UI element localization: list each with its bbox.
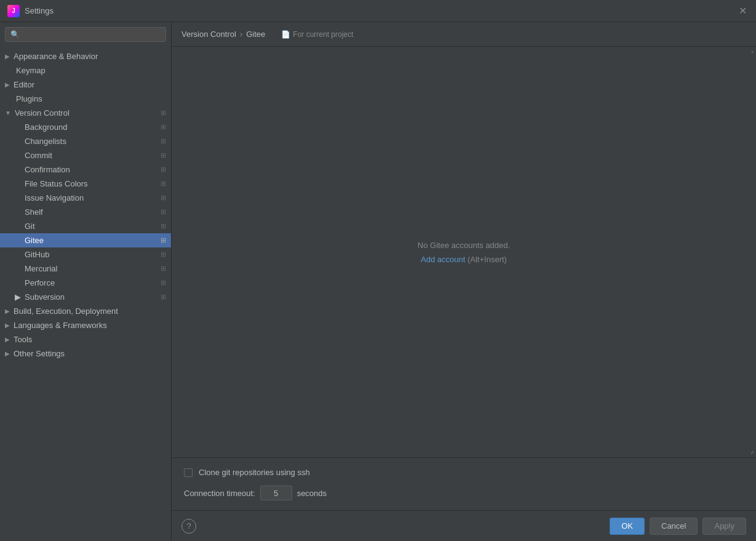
add-account-shortcut: (Alt+Insert) [468,255,507,264]
sidebar-item-label-lang: Languages & Frameworks [14,321,107,330]
right-panel: Version Control › Gitee 📄 For current pr… [172,22,756,541]
sidebar-item-label-background: Background [25,122,67,132]
expand-arrow-appearance: ▶ [5,53,10,60]
breadcrumb-project: 📄 For current project [281,30,353,39]
sidebar-item-confirmation[interactable]: Confirmation ⊞ [0,162,171,177]
sidebar-item-github[interactable]: GitHub ⊞ [0,247,171,262]
content-area: No Gitee accounts added. Add account (Al… [172,47,756,510]
close-button[interactable]: ✕ [736,5,749,17]
sidebar-item-editor[interactable]: ▶ Editor [0,78,171,92]
sidebar: 🔍 ▶ Appearance & Behavior Keymap ▶ Edito [0,22,172,541]
sidebar-item-label-build: Build, Execution, Deployment [14,307,118,316]
gitee-page-icon: ⊞ [161,236,166,244]
window-title: Settings [25,6,54,15]
sidebar-item-mercurial[interactable]: Mercurial ⊞ [0,262,171,276]
expand-arrow-tools: ▶ [5,336,10,343]
mercurial-page-icon: ⊞ [161,265,166,273]
sidebar-item-label-appearance: Appearance & Behavior [14,52,98,61]
sidebar-item-label-file-status-colors: File Status Colors [25,179,88,188]
accounts-panel: No Gitee accounts added. Add account (Al… [172,47,756,458]
sidebar-item-keymap[interactable]: Keymap [0,63,171,78]
background-page-icon: ⊞ [161,123,166,131]
sidebar-item-perforce[interactable]: Perforce ⊞ [0,276,171,290]
ok-button[interactable]: OK [610,518,645,535]
clone-ssh-checkbox[interactable] [184,468,193,477]
project-label: For current project [293,30,353,39]
bottom-right: OK Cancel Apply [610,518,746,535]
sidebar-item-other-settings[interactable]: ▶ Other Settings [0,347,171,361]
search-icon: 🔍 [10,30,20,39]
settings-window: J Settings ✕ 🔍 ▶ Appearance & Behavior [0,0,756,541]
sidebar-item-languages-frameworks[interactable]: ▶ Languages & Frameworks [0,318,171,332]
search-box[interactable]: 🔍 [5,27,166,42]
subversion-page-icon: ⊞ [161,293,166,301]
sidebar-item-label-plugins: Plugins [16,94,42,103]
sidebar-item-build-execution[interactable]: ▶ Build, Execution, Deployment [0,304,171,318]
no-accounts-text: No Gitee accounts added. [418,241,510,250]
nav-tree: ▶ Appearance & Behavior Keymap ▶ Editor … [0,47,171,541]
vc-page-icon: ⊞ [161,109,166,117]
add-account-link[interactable]: Add account [421,255,465,264]
cancel-button[interactable]: Cancel [650,518,698,535]
breadcrumb-current: Gitee [246,30,265,39]
sidebar-item-plugins[interactable]: Plugins [0,92,171,106]
sidebar-item-git[interactable]: Git ⊞ [0,219,171,233]
expand-arrow-build: ▶ [5,308,10,315]
in-page-icon: ⊞ [161,194,166,202]
sidebar-item-label-perforce: Perforce [25,278,55,287]
title-bar-left: J Settings [7,5,54,17]
commit-page-icon: ⊞ [161,151,166,159]
sidebar-item-label-changelists: Changelists [25,137,66,146]
breadcrumb-bar: Version Control › Gitee 📄 For current pr… [172,22,756,47]
breadcrumb-separator: › [240,30,242,39]
confirmation-page-icon: ⊞ [161,166,166,174]
sidebar-item-file-status-colors[interactable]: File Status Colors ⊞ [0,177,171,191]
expand-arrow-vc: ▼ [5,110,11,116]
scroll-up-button[interactable]: + [749,48,756,55]
clone-ssh-label: Clone git repositories using ssh [199,468,310,477]
expand-arrow-editor: ▶ [5,81,10,88]
expand-arrow-subversion: ▶ [15,292,21,302]
sidebar-item-label-git: Git [25,222,35,231]
sidebar-item-subversion[interactable]: ▶ Subversion ⊞ [0,290,171,304]
sidebar-item-label-other: Other Settings [14,349,65,358]
expand-arrow-other: ▶ [5,350,10,357]
fsc-page-icon: ⊞ [161,180,166,188]
perforce-page-icon: ⊞ [161,279,166,287]
sidebar-item-label-mercurial: Mercurial [25,264,57,273]
shelf-page-icon: ⊞ [161,208,166,216]
main-content: 🔍 ▶ Appearance & Behavior Keymap ▶ Edito [0,22,756,541]
timeout-label: Connection timeout: [184,489,255,498]
timeout-input[interactable] [260,486,292,500]
sidebar-item-label-editor: Editor [14,80,34,89]
bottom-bar: ? OK Cancel Apply [172,510,756,541]
changelists-page-icon: ⊞ [161,137,166,145]
help-button[interactable]: ? [181,519,196,534]
sidebar-item-label-gitee: Gitee [25,236,44,245]
clone-ssh-row: Clone git repositories using ssh [184,468,744,477]
bottom-left: ? [181,519,196,534]
add-account-row: Add account (Alt+Insert) [421,255,507,264]
sidebar-item-shelf[interactable]: Shelf ⊞ [0,205,171,219]
sidebar-item-tools[interactable]: ▶ Tools [0,332,171,347]
sidebar-item-commit[interactable]: Commit ⊞ [0,148,171,162]
scrollbar[interactable]: + ✓ [749,47,756,457]
apply-button[interactable]: Apply [702,518,746,535]
github-page-icon: ⊞ [161,250,166,258]
sidebar-item-label-vc: Version Control [15,108,70,118]
breadcrumb-parent: Version Control [181,30,236,39]
sidebar-item-appearance[interactable]: ▶ Appearance & Behavior [0,49,171,63]
sidebar-item-version-control[interactable]: ▼ Version Control ⊞ [0,106,171,120]
sidebar-item-gitee[interactable]: Gitee ⊞ [0,233,171,247]
scroll-check-button[interactable]: ✓ [749,449,756,456]
sidebar-item-label-tools: Tools [14,335,32,344]
timeout-unit: seconds [297,489,327,498]
sidebar-item-background[interactable]: Background ⊞ [0,120,171,134]
sidebar-item-issue-navigation[interactable]: Issue Navigation ⊞ [0,191,171,205]
sidebar-item-label-keymap: Keymap [16,66,46,75]
expand-arrow-lang: ▶ [5,322,10,329]
sidebar-item-changelists[interactable]: Changelists ⊞ [0,134,171,148]
sidebar-item-label-confirmation: Confirmation [25,165,70,174]
sidebar-item-label-subversion: Subversion [25,292,65,302]
search-input[interactable] [23,30,161,39]
